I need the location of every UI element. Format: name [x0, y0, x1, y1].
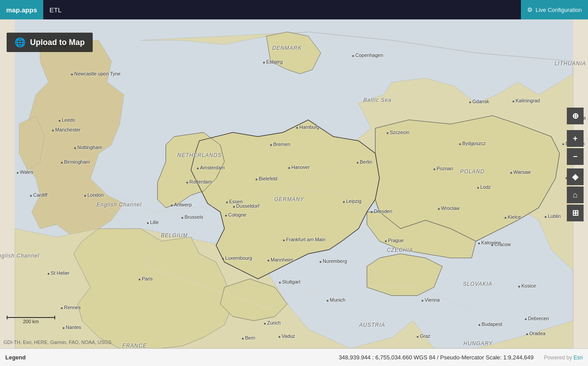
upload-button-label: Upload to Map	[30, 38, 85, 47]
layers-button[interactable]: ⊞	[567, 205, 584, 221]
home-button[interactable]: ⌂	[567, 187, 584, 203]
section-label: ETL	[43, 6, 68, 14]
scale-label: 200 km	[7, 319, 55, 324]
app-header: map.apps ETL ⚙ Live Configuration	[0, 0, 588, 19]
map-attribution: GDI-TH, Esri, HERE, Garmin, FAO, NOAA, U…	[0, 340, 111, 345]
powered-by-text: Powered by	[544, 355, 572, 361]
map-svg	[0, 19, 588, 348]
live-config-button[interactable]: ⚙ Live Configuration	[521, 0, 588, 19]
upload-to-map-button[interactable]: 🌐 Upload to Map	[7, 33, 93, 52]
scale-line	[7, 317, 55, 318]
compass-button[interactable]: ⊕	[567, 108, 584, 124]
scale-bar: 200 km	[7, 317, 55, 324]
esri-link[interactable]: Esri	[573, 355, 583, 361]
upload-icon: 🌐	[15, 37, 26, 48]
locate-button[interactable]: ◈	[567, 168, 584, 185]
map-controls: ⊕ + − ◈ ⌂ ⊞	[567, 108, 584, 221]
map-container[interactable]: EdinburghNewcastle upon TyneLeedsManches…	[0, 19, 588, 348]
coordinates-text: 348,939.944 : 6,755,034.660 WGS 84 / Pse…	[339, 354, 534, 361]
gear-icon: ⚙	[527, 6, 533, 13]
app-name-label: map.apps	[6, 6, 37, 14]
zoom-out-button[interactable]: −	[567, 148, 584, 165]
zoom-in-button[interactable]: +	[567, 130, 584, 147]
map-background: EdinburghNewcastle upon TyneLeedsManches…	[0, 19, 588, 348]
legend-label: Legend	[5, 354, 26, 361]
live-config-label: Live Configuration	[535, 7, 582, 13]
coordinates-display: 348,939.944 : 6,755,034.660 WGS 84 / Pse…	[339, 354, 583, 361]
status-bar: Legend 348,939.944 : 6,755,034.660 WGS 8…	[0, 348, 588, 366]
app-logo: map.apps	[0, 0, 43, 19]
